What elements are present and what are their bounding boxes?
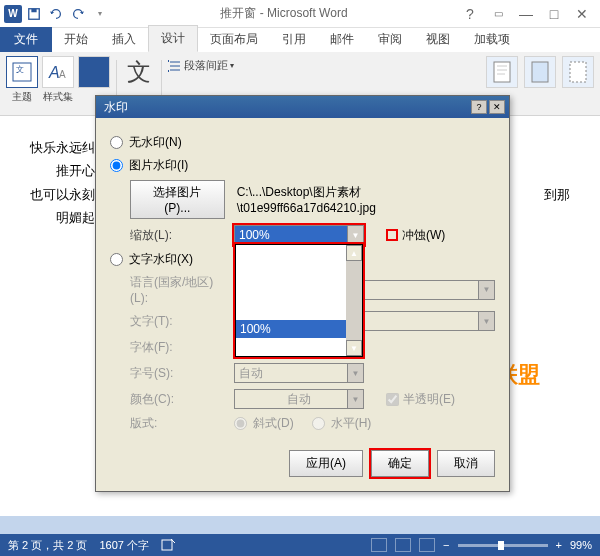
dialog-help-icon[interactable]: ?	[471, 100, 487, 114]
text-watermark-radio[interactable]	[110, 253, 123, 266]
svg-text:A: A	[48, 64, 60, 81]
dialog-titlebar[interactable]: 水印 ? ✕	[96, 96, 509, 118]
dropdown-scrollbar[interactable]: ▲ ▼	[346, 245, 362, 356]
word-app-icon: W	[4, 5, 22, 23]
theme-label: 主题	[12, 90, 32, 104]
dd-item-50[interactable]: 50%	[236, 338, 362, 356]
diagonal-radio	[234, 417, 247, 430]
picture-watermark-label: 图片水印(I)	[129, 157, 188, 174]
view-read-icon[interactable]	[395, 538, 411, 552]
chevron-down-icon: ▼	[347, 364, 363, 382]
svg-text:文: 文	[16, 65, 24, 74]
font-icon: 文	[123, 56, 155, 88]
svg-text:A: A	[59, 69, 66, 80]
horizontal-label: 水平(H)	[331, 415, 372, 432]
washout-checkbox[interactable]	[386, 229, 398, 241]
scale-combo[interactable]: 100% ▼ 自动 500% 200% 150% 100% 50% ▲ ▼	[234, 225, 364, 245]
picture-watermark-radio[interactable]	[110, 159, 123, 172]
page-info[interactable]: 第 2 页，共 2 页	[8, 538, 87, 553]
redo-icon[interactable]	[68, 4, 88, 24]
ribbon-display-icon[interactable]: ▭	[486, 4, 510, 24]
tab-mail[interactable]: 邮件	[318, 27, 366, 52]
save-icon[interactable]	[24, 4, 44, 24]
chevron-down-icon: ▼	[347, 390, 363, 408]
chevron-down-icon: ▼	[478, 312, 494, 330]
paragraph-spacing-button[interactable]: 段落间距 ▾	[168, 58, 234, 73]
apply-button[interactable]: 应用(A)	[289, 450, 363, 477]
svg-rect-7	[532, 62, 548, 82]
view-web-icon[interactable]	[419, 538, 435, 552]
svg-rect-9	[162, 540, 172, 550]
tab-design[interactable]: 设计	[148, 25, 198, 52]
text-watermark-label: 文字水印(X)	[129, 251, 193, 268]
page-color-icon	[524, 56, 556, 88]
status-bar: 第 2 页，共 2 页 1607 个字 − + 99%	[0, 534, 600, 556]
styles-label: 样式集	[43, 90, 73, 104]
ribbon-tabs: 文件 开始 插入 设计 页面布局 引用 邮件 审阅 视图 加载项	[0, 28, 600, 52]
close-icon[interactable]: ✕	[570, 4, 594, 24]
picture-path-text: C:\...\Desktop\图片素材\t01e99ff66a17d64210.…	[237, 184, 495, 215]
dd-item-auto[interactable]: 自动	[236, 245, 362, 266]
color-label: 颜色(C):	[130, 391, 230, 408]
ok-button[interactable]: 确定	[371, 450, 429, 477]
tab-home[interactable]: 开始	[52, 27, 100, 52]
proofing-icon[interactable]	[161, 537, 175, 553]
tab-insert[interactable]: 插入	[100, 27, 148, 52]
styles-button[interactable]: AA 样式集	[42, 56, 74, 111]
tab-view[interactable]: 视图	[414, 27, 462, 52]
zoom-slider[interactable]	[458, 544, 548, 547]
svg-rect-8	[570, 62, 586, 82]
window-titlebar: W ▾ 推开窗 - Microsoft Word ? ▭ ― □ ✕	[0, 0, 600, 28]
tab-layout[interactable]: 页面布局	[198, 27, 270, 52]
select-picture-button[interactable]: 选择图片(P)...	[130, 180, 225, 219]
para-spacing-label: 段落间距	[184, 58, 228, 73]
page-color-button[interactable]	[524, 56, 556, 111]
dialog-close-icon[interactable]: ✕	[489, 100, 505, 114]
zoom-in-icon[interactable]: +	[556, 539, 562, 551]
tab-references[interactable]: 引用	[270, 27, 318, 52]
qat-dropdown-icon[interactable]: ▾	[90, 4, 110, 24]
zoom-out-icon[interactable]: −	[443, 539, 449, 551]
file-tab[interactable]: 文件	[0, 27, 52, 52]
help-icon[interactable]: ?	[458, 4, 482, 24]
view-print-icon[interactable]	[371, 538, 387, 552]
scale-label: 缩放(L):	[130, 227, 230, 244]
minimize-icon[interactable]: ―	[514, 4, 538, 24]
watermark-icon	[486, 56, 518, 88]
semitrans-checkbox	[386, 393, 399, 406]
font-label: 字体(F):	[130, 339, 230, 356]
maximize-icon[interactable]: □	[542, 4, 566, 24]
layout-label: 版式:	[130, 415, 230, 432]
window-title: 推开窗 - Microsoft Word	[110, 5, 458, 22]
scroll-down-icon[interactable]: ▼	[346, 340, 362, 356]
styles-icon: AA	[42, 56, 74, 88]
size-combo: 自动 ▼	[234, 363, 364, 383]
tab-review[interactable]: 审阅	[366, 27, 414, 52]
document-bottom-margin	[0, 516, 600, 534]
washout-label: 冲蚀(W)	[402, 227, 445, 244]
color-icon	[78, 56, 110, 88]
no-watermark-radio[interactable]	[110, 136, 123, 149]
lang-label: 语言(国家/地区)(L):	[130, 274, 230, 305]
word-count[interactable]: 1607 个字	[99, 538, 149, 553]
cancel-button[interactable]: 取消	[437, 450, 495, 477]
no-watermark-label: 无水印(N)	[129, 134, 182, 151]
scroll-up-icon[interactable]: ▲	[346, 245, 362, 261]
svg-rect-1	[31, 8, 36, 12]
text-label: 文字(T):	[130, 313, 230, 330]
page-border-icon	[562, 56, 594, 88]
dd-item-100[interactable]: 100%	[236, 320, 362, 338]
tab-addins[interactable]: 加载项	[462, 27, 522, 52]
undo-icon[interactable]	[46, 4, 66, 24]
zoom-slider-thumb[interactable]	[498, 541, 504, 550]
dd-item-500[interactable]: 500%	[236, 266, 362, 284]
page-border-button[interactable]	[562, 56, 594, 111]
theme-button[interactable]: 文 主题	[6, 56, 38, 111]
dd-item-150[interactable]: 150%	[236, 302, 362, 320]
semitrans-label: 半透明(E)	[403, 391, 455, 408]
color-combo: 自动 ▼	[234, 389, 364, 409]
dd-item-200[interactable]: 200%	[236, 284, 362, 302]
scale-dropdown-icon[interactable]: ▼	[347, 226, 363, 244]
para-spacing-icon	[168, 59, 182, 73]
zoom-level[interactable]: 99%	[570, 539, 592, 551]
